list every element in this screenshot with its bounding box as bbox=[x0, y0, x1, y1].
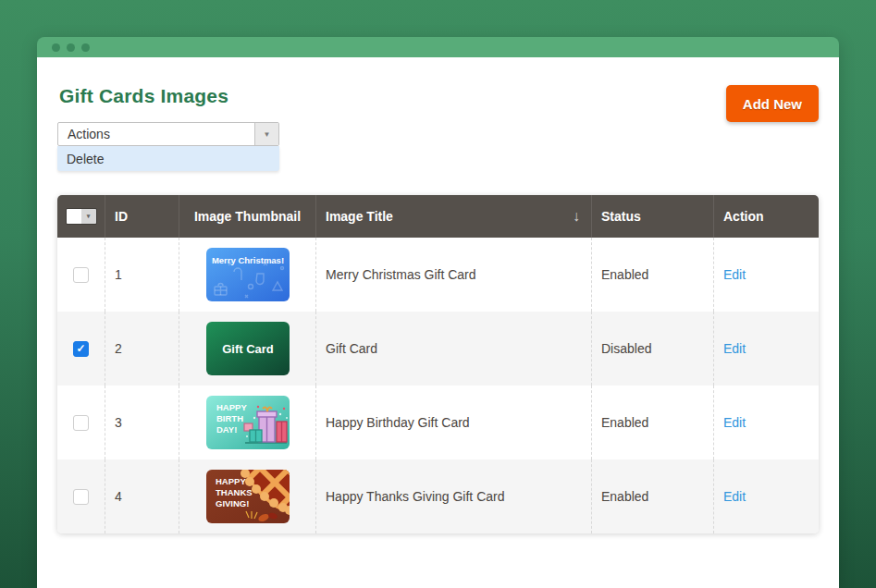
check-icon: ✓ bbox=[76, 342, 85, 355]
page-content: Gift Cards Images Add New Actions ▼ Dele… bbox=[37, 57, 839, 588]
select-all-checkbox[interactable] bbox=[67, 209, 81, 224]
thumbnail-gift-card: Gift Card bbox=[206, 322, 290, 375]
window-dot-icon bbox=[81, 43, 90, 52]
thumbnail-text-line: GIVING! bbox=[216, 498, 249, 508]
actions-option-delete[interactable]: Delete bbox=[57, 146, 279, 171]
edit-link[interactable]: Edit bbox=[723, 267, 746, 282]
header-cell-id[interactable]: ID bbox=[105, 195, 179, 238]
row-status: Enabled bbox=[592, 459, 714, 533]
table-row: 3 bbox=[57, 386, 819, 459]
edit-link[interactable]: Edit bbox=[723, 415, 746, 430]
sort-descending-icon[interactable]: ↓ bbox=[573, 208, 591, 225]
edit-link[interactable]: Edit bbox=[723, 489, 746, 504]
row-id: 3 bbox=[105, 386, 179, 459]
row-title: Gift Card bbox=[316, 312, 592, 386]
gift-cards-grid: ▾ ID Image Thumbnail Image Title ↓ Statu… bbox=[57, 195, 819, 533]
page-title: Gift Cards Images bbox=[59, 85, 228, 107]
row-id: 2 bbox=[105, 312, 179, 386]
edit-link[interactable]: Edit bbox=[723, 341, 746, 356]
row-title: Merry Christmas Gift Card bbox=[316, 238, 592, 312]
window-dot-icon bbox=[67, 43, 75, 52]
thumbnail-text: Gift Card bbox=[222, 342, 274, 356]
page-header: Gift Cards Images Add New bbox=[57, 57, 819, 122]
thumbnail-text-line: DAY! bbox=[216, 424, 237, 435]
thumbnail-text-line: THANKS bbox=[216, 487, 253, 497]
chevron-down-icon[interactable]: ▾ bbox=[81, 209, 96, 224]
row-checkbox-checked[interactable]: ✓ bbox=[73, 341, 89, 357]
header-cell-select-all: ▾ bbox=[57, 195, 105, 238]
mass-actions: Actions ▼ Delete bbox=[57, 122, 819, 171]
header-cell-action: Action bbox=[714, 195, 819, 238]
app-window: Gift Cards Images Add New Actions ▼ Dele… bbox=[37, 37, 839, 588]
header-cell-title[interactable]: Image Title ↓ bbox=[316, 195, 592, 238]
header-cell-status[interactable]: Status bbox=[592, 195, 714, 238]
actions-select-value: Actions bbox=[58, 123, 254, 145]
row-checkbox[interactable] bbox=[73, 267, 89, 283]
header-title-label: Image Title bbox=[326, 209, 393, 224]
thumbnail-text: Merry Christmas! bbox=[211, 255, 283, 265]
table-row: ✓ 2 Gift Card bbox=[57, 312, 819, 386]
thumbnail-text-line: HAPPY bbox=[216, 402, 247, 412]
thumbnail-happy-birthday: HAPPY BIRTH DAY! bbox=[206, 396, 290, 449]
row-id: 1 bbox=[105, 238, 179, 312]
select-all-control[interactable]: ▾ bbox=[66, 208, 97, 225]
row-title: Happy Thanks Giving Gift Card bbox=[316, 459, 592, 533]
window-titlebar bbox=[37, 37, 839, 57]
table-row: 1 bbox=[57, 238, 819, 312]
window-dot-icon bbox=[52, 43, 60, 52]
thumbnail-happy-thanksgiving: HAPPY THANKS GIVING! bbox=[206, 470, 290, 523]
row-status: Enabled bbox=[592, 238, 714, 312]
thumbnail-text-line: HAPPY bbox=[216, 476, 246, 486]
grid-header-row: ▾ ID Image Thumbnail Image Title ↓ Statu… bbox=[57, 195, 819, 238]
thumbnail-text-line: BIRTH bbox=[216, 413, 243, 423]
row-id: 4 bbox=[105, 459, 179, 533]
row-checkbox[interactable] bbox=[73, 415, 89, 431]
add-new-button[interactable]: Add New bbox=[726, 85, 819, 122]
dropdown-arrow-icon[interactable]: ▼ bbox=[254, 123, 278, 145]
row-checkbox[interactable] bbox=[73, 489, 89, 505]
table-row: 4 bbox=[57, 459, 819, 533]
row-status: Enabled bbox=[592, 386, 714, 459]
header-cell-thumbnail[interactable]: Image Thumbnail bbox=[179, 195, 316, 238]
actions-select[interactable]: Actions ▼ bbox=[57, 122, 279, 146]
row-title: Happy Birthday Gift Card bbox=[316, 386, 592, 459]
row-status: Disabled bbox=[592, 312, 714, 386]
thumbnail-merry-christmas: Merry Christmas! bbox=[206, 248, 290, 301]
